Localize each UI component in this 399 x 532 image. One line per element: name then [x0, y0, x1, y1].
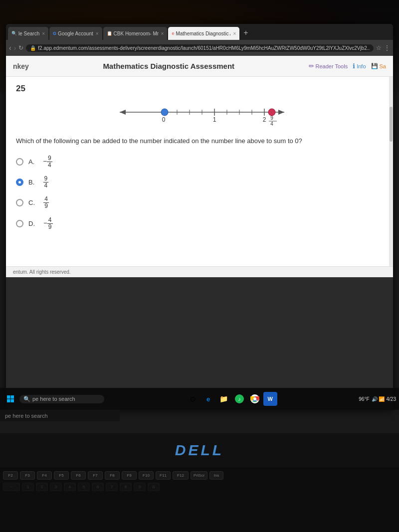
svg-rect-20	[7, 395, 10, 399]
answer-options: A. −94 B. 94 C. 49	[16, 155, 383, 231]
taskbar-apps-area: ⊙ e 📁 ♪ W	[106, 392, 357, 406]
question-number: 25	[16, 84, 383, 94]
taskbar-search-box[interactable]: 🔍 pe here to search	[19, 395, 104, 403]
bookmark-icon[interactable]: ☆	[376, 44, 382, 51]
key-f8[interactable]: F8	[105, 471, 120, 480]
tab-search[interactable]: 🔍 le Search ×	[8, 27, 48, 40]
svg-text:4: 4	[270, 121, 273, 127]
key-f3[interactable]: F3	[20, 471, 35, 480]
key-f4[interactable]: F4	[37, 471, 52, 480]
option-d[interactable]: D. −49	[16, 217, 383, 230]
google-tab-icon: G	[53, 31, 56, 36]
save-button[interactable]: 💾 Sa	[371, 63, 386, 69]
tab-math[interactable]: e Mathematics Diagnostic Assessm... ×	[168, 27, 239, 40]
option-b-label: B.	[28, 178, 38, 186]
math-tab-label: Mathematics Diagnostic Assessm...	[176, 31, 230, 36]
svg-text:2: 2	[263, 116, 266, 123]
question-text: Which of the following can be added to t…	[16, 136, 383, 146]
svg-rect-21	[11, 395, 14, 399]
key-f12[interactable]: F12	[173, 471, 189, 480]
search-tab-icon: 🔍	[11, 31, 17, 36]
scrollbar-thumb[interactable]	[390, 107, 393, 142]
svg-point-19	[268, 109, 275, 116]
assessment-title: Mathematics Diagnostic Assessment	[103, 62, 234, 70]
dell-logo: DELL	[175, 442, 224, 459]
option-b-value: 94	[43, 176, 49, 189]
reader-tools-button[interactable]: ✏ Reader Tools	[309, 62, 348, 70]
option-c[interactable]: C. 49	[16, 196, 383, 209]
math-tab-close[interactable]: ×	[233, 31, 236, 36]
temp-display: 96°F	[359, 396, 369, 402]
number-line-svg: 0 1 2 9 4	[100, 100, 299, 127]
option-d-value: −49	[43, 217, 52, 230]
math-tab-icon: e	[172, 31, 174, 36]
cbk-tab-icon: 📋	[107, 31, 112, 36]
key-f6[interactable]: F6	[71, 471, 86, 480]
search-tab-close[interactable]: ×	[42, 31, 45, 36]
brand-logo: nkey	[13, 62, 29, 70]
key-f10[interactable]: F10	[139, 471, 154, 480]
svg-text:9: 9	[270, 115, 273, 121]
key-f5[interactable]: F5	[54, 471, 69, 480]
forward-button[interactable]: ›	[14, 44, 16, 52]
windows-start-button[interactable]	[3, 391, 18, 406]
radio-d[interactable]	[16, 220, 23, 227]
svg-marker-1	[120, 110, 126, 115]
svg-point-28	[253, 397, 256, 400]
google-tab-label: Google Account	[58, 31, 93, 36]
taskbar-app-chrome[interactable]	[248, 392, 262, 406]
search-tab-label: le Search	[18, 31, 39, 36]
taskbar-app-files[interactable]: 📁	[217, 392, 231, 406]
svg-point-18	[161, 109, 168, 116]
tab-cbk[interactable]: 📋 CBK Homeroom- Mrs. Biagas ×	[103, 27, 168, 40]
key-ins[interactable]: Ins	[209, 471, 223, 480]
reader-tools-icon: ✏	[309, 62, 314, 70]
time-display: 4/23	[387, 396, 396, 402]
page-footer: entum. All rights reserved.	[6, 266, 393, 277]
svg-text:1: 1	[213, 116, 216, 123]
option-c-value: 49	[43, 196, 49, 209]
new-tab-button[interactable]: +	[240, 28, 251, 37]
refresh-button[interactable]: ↻	[18, 44, 23, 51]
number-line-container: 0 1 2 9 4	[16, 100, 383, 127]
option-a[interactable]: A. −94	[16, 155, 383, 169]
radio-b[interactable]	[16, 178, 23, 186]
extensions-icon[interactable]: ⋮	[384, 44, 390, 51]
taskbar-app-spotify[interactable]: ♪	[232, 392, 246, 406]
google-tab-close[interactable]: ×	[96, 31, 99, 36]
windows-search-input[interactable]: pe here to search	[5, 413, 48, 419]
svg-marker-2	[278, 110, 284, 115]
svg-text:0: 0	[162, 116, 166, 123]
key-f7[interactable]: F7	[88, 471, 103, 480]
taskbar-app-cortana[interactable]: ⊙	[186, 392, 200, 406]
svg-rect-22	[7, 399, 10, 403]
option-a-value: −94	[43, 155, 52, 169]
tab-google[interactable]: G Google Account ×	[49, 27, 102, 40]
info-button[interactable]: ℹ Info	[353, 62, 366, 70]
cbk-tab-label: CBK Homeroom- Mrs. Biagas	[114, 31, 159, 36]
radio-a[interactable]	[16, 158, 23, 166]
taskbar-app-word[interactable]: W	[263, 392, 277, 406]
key-f11[interactable]: F11	[156, 471, 171, 480]
save-icon: 💾	[371, 63, 378, 69]
cbk-tab-close[interactable]: ×	[161, 31, 164, 36]
option-b[interactable]: B. 94	[16, 176, 383, 189]
option-a-label: A.	[28, 158, 38, 166]
key-f9[interactable]: F9	[122, 471, 137, 480]
address-bar-input[interactable]	[38, 45, 370, 51]
svg-text:♪: ♪	[238, 396, 240, 402]
svg-rect-23	[11, 399, 14, 403]
radio-c[interactable]	[16, 199, 23, 206]
option-d-label: D.	[28, 220, 38, 227]
key-f2[interactable]: F2	[3, 471, 18, 480]
taskbar-search-icon: 🔍	[23, 396, 30, 402]
lock-icon: 🔒	[30, 45, 36, 51]
option-c-label: C.	[28, 199, 38, 206]
scrollbar[interactable]	[389, 77, 393, 266]
info-icon: ℹ	[353, 62, 355, 70]
taskbar-search-placeholder: pe here to search	[32, 396, 75, 402]
back-button[interactable]: ‹	[9, 44, 11, 52]
system-icons: 🔊📶	[372, 396, 385, 402]
taskbar-app-edge[interactable]: e	[201, 392, 215, 406]
key-prtscr[interactable]: PrtScr	[191, 471, 207, 480]
